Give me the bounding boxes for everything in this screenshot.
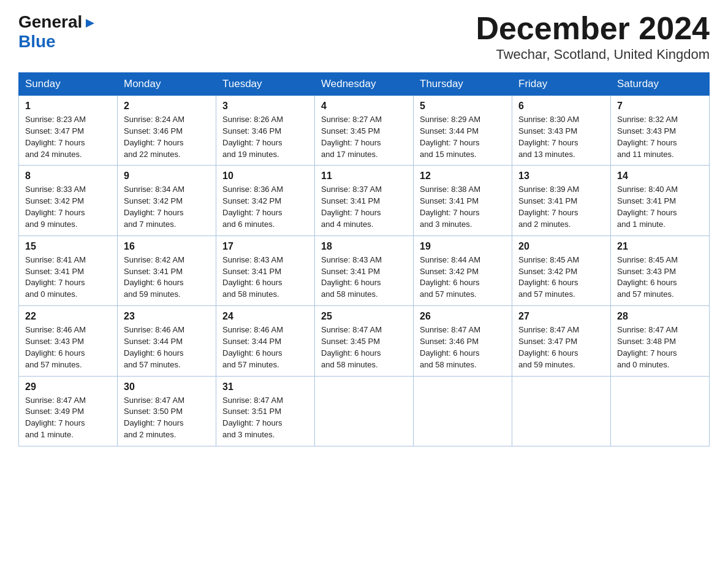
weekday-saturday: Saturday <box>611 73 710 96</box>
logo-text: General Blue <box>18 12 97 52</box>
day-info: Sunrise: 8:44 AMSunset: 3:42 PMDaylight:… <box>420 255 480 299</box>
calendar-week-row: 1 Sunrise: 8:23 AMSunset: 3:47 PMDayligh… <box>19 96 710 166</box>
calendar-cell: 29 Sunrise: 8:47 AMSunset: 3:49 PMDaylig… <box>19 376 118 446</box>
day-info: Sunrise: 8:34 AMSunset: 3:42 PMDaylight:… <box>124 185 184 229</box>
day-info: Sunrise: 8:40 AMSunset: 3:41 PMDaylight:… <box>617 185 678 229</box>
day-number: 10 <box>222 170 308 182</box>
calendar-cell: 11 Sunrise: 8:37 AMSunset: 3:41 PMDaylig… <box>315 166 414 236</box>
day-info: Sunrise: 8:24 AMSunset: 3:46 PMDaylight:… <box>124 115 184 159</box>
calendar-body: 1 Sunrise: 8:23 AMSunset: 3:47 PMDayligh… <box>19 96 710 446</box>
day-number: 4 <box>321 101 407 112</box>
calendar-cell: 12 Sunrise: 8:38 AMSunset: 3:41 PMDaylig… <box>414 166 512 236</box>
weekday-friday: Friday <box>512 73 611 96</box>
day-info: Sunrise: 8:43 AMSunset: 3:41 PMDaylight:… <box>222 255 283 299</box>
calendar-cell <box>315 376 414 446</box>
weekday-tuesday: Tuesday <box>216 73 315 96</box>
day-number: 14 <box>617 170 703 182</box>
day-info: Sunrise: 8:38 AMSunset: 3:41 PMDaylight:… <box>420 185 480 229</box>
day-info: Sunrise: 8:45 AMSunset: 3:43 PMDaylight:… <box>617 255 678 299</box>
weekday-monday: Monday <box>118 73 216 96</box>
day-number: 19 <box>420 241 506 252</box>
calendar-cell: 3 Sunrise: 8:26 AMSunset: 3:46 PMDayligh… <box>216 96 315 166</box>
day-number: 12 <box>420 170 506 182</box>
day-number: 6 <box>518 101 604 112</box>
day-number: 3 <box>222 101 308 112</box>
day-number: 20 <box>518 241 604 252</box>
calendar-cell <box>512 376 611 446</box>
day-info: Sunrise: 8:47 AMSunset: 3:45 PMDaylight:… <box>321 325 382 369</box>
day-info: Sunrise: 8:23 AMSunset: 3:47 PMDaylight:… <box>25 115 86 159</box>
day-number: 21 <box>617 241 703 252</box>
calendar-week-row: 22 Sunrise: 8:46 AMSunset: 3:43 PMDaylig… <box>19 306 710 376</box>
day-number: 18 <box>321 241 407 252</box>
day-number: 22 <box>25 311 111 322</box>
day-info: Sunrise: 8:41 AMSunset: 3:41 PMDaylight:… <box>25 255 86 299</box>
calendar-cell: 15 Sunrise: 8:41 AMSunset: 3:41 PMDaylig… <box>19 236 118 305</box>
day-info: Sunrise: 8:47 AMSunset: 3:50 PMDaylight:… <box>124 396 184 440</box>
day-number: 31 <box>222 381 308 393</box>
title-area: December 2024 Twechar, Scotland, United … <box>476 12 710 63</box>
logo: General Blue <box>18 12 97 52</box>
calendar-cell: 8 Sunrise: 8:33 AMSunset: 3:42 PMDayligh… <box>19 166 118 236</box>
calendar-cell: 30 Sunrise: 8:47 AMSunset: 3:50 PMDaylig… <box>118 376 216 446</box>
day-info: Sunrise: 8:43 AMSunset: 3:41 PMDaylight:… <box>321 255 382 299</box>
logo-triangle-icon <box>83 17 97 30</box>
day-number: 23 <box>124 311 210 322</box>
day-number: 7 <box>617 101 703 112</box>
day-info: Sunrise: 8:47 AMSunset: 3:49 PMDaylight:… <box>25 396 86 440</box>
calendar-cell: 20 Sunrise: 8:45 AMSunset: 3:42 PMDaylig… <box>512 236 611 305</box>
day-info: Sunrise: 8:33 AMSunset: 3:42 PMDaylight:… <box>25 185 86 229</box>
calendar-cell: 14 Sunrise: 8:40 AMSunset: 3:41 PMDaylig… <box>611 166 710 236</box>
calendar-cell: 2 Sunrise: 8:24 AMSunset: 3:46 PMDayligh… <box>118 96 216 166</box>
day-info: Sunrise: 8:32 AMSunset: 3:43 PMDaylight:… <box>617 115 678 159</box>
day-number: 24 <box>222 311 308 322</box>
day-number: 2 <box>124 101 210 112</box>
day-number: 27 <box>518 311 604 322</box>
weekday-wednesday: Wednesday <box>315 73 414 96</box>
calendar-cell: 19 Sunrise: 8:44 AMSunset: 3:42 PMDaylig… <box>414 236 512 305</box>
day-info: Sunrise: 8:47 AMSunset: 3:46 PMDaylight:… <box>420 325 480 369</box>
day-info: Sunrise: 8:27 AMSunset: 3:45 PMDaylight:… <box>321 115 382 159</box>
calendar-cell: 1 Sunrise: 8:23 AMSunset: 3:47 PMDayligh… <box>19 96 118 166</box>
day-info: Sunrise: 8:42 AMSunset: 3:41 PMDaylight:… <box>124 255 184 299</box>
header: General Blue December 2024 Twechar, Scot… <box>18 12 710 63</box>
calendar-week-row: 29 Sunrise: 8:47 AMSunset: 3:49 PMDaylig… <box>19 376 710 446</box>
day-number: 11 <box>321 170 407 182</box>
calendar-cell: 4 Sunrise: 8:27 AMSunset: 3:45 PMDayligh… <box>315 96 414 166</box>
day-info: Sunrise: 8:46 AMSunset: 3:44 PMDaylight:… <box>124 325 184 369</box>
weekday-thursday: Thursday <box>414 73 512 96</box>
day-number: 9 <box>124 170 210 182</box>
day-number: 28 <box>617 311 703 322</box>
day-info: Sunrise: 8:46 AMSunset: 3:43 PMDaylight:… <box>25 325 86 369</box>
weekday-header-row: Sunday Monday Tuesday Wednesday Thursday… <box>19 73 710 96</box>
calendar-cell: 5 Sunrise: 8:29 AMSunset: 3:44 PMDayligh… <box>414 96 512 166</box>
calendar-cell: 28 Sunrise: 8:47 AMSunset: 3:48 PMDaylig… <box>611 306 710 376</box>
day-number: 13 <box>518 170 604 182</box>
calendar-cell: 21 Sunrise: 8:45 AMSunset: 3:43 PMDaylig… <box>611 236 710 305</box>
day-number: 26 <box>420 311 506 322</box>
calendar-table: Sunday Monday Tuesday Wednesday Thursday… <box>18 72 710 446</box>
day-info: Sunrise: 8:39 AMSunset: 3:41 PMDaylight:… <box>518 185 579 229</box>
day-number: 17 <box>222 241 308 252</box>
calendar-week-row: 8 Sunrise: 8:33 AMSunset: 3:42 PMDayligh… <box>19 166 710 236</box>
calendar-cell <box>611 376 710 446</box>
calendar-cell: 16 Sunrise: 8:42 AMSunset: 3:41 PMDaylig… <box>118 236 216 305</box>
day-info: Sunrise: 8:47 AMSunset: 3:51 PMDaylight:… <box>222 396 283 440</box>
day-number: 5 <box>420 101 506 112</box>
calendar-cell: 9 Sunrise: 8:34 AMSunset: 3:42 PMDayligh… <box>118 166 216 236</box>
calendar-cell: 6 Sunrise: 8:30 AMSunset: 3:43 PMDayligh… <box>512 96 611 166</box>
day-info: Sunrise: 8:26 AMSunset: 3:46 PMDaylight:… <box>222 115 283 159</box>
day-number: 25 <box>321 311 407 322</box>
day-number: 29 <box>25 381 111 393</box>
calendar-cell: 13 Sunrise: 8:39 AMSunset: 3:41 PMDaylig… <box>512 166 611 236</box>
day-info: Sunrise: 8:36 AMSunset: 3:42 PMDaylight:… <box>222 185 283 229</box>
day-info: Sunrise: 8:45 AMSunset: 3:42 PMDaylight:… <box>518 255 579 299</box>
location-title: Twechar, Scotland, United Kingdom <box>476 47 710 63</box>
calendar-cell: 25 Sunrise: 8:47 AMSunset: 3:45 PMDaylig… <box>315 306 414 376</box>
calendar-cell: 23 Sunrise: 8:46 AMSunset: 3:44 PMDaylig… <box>118 306 216 376</box>
calendar-cell: 27 Sunrise: 8:47 AMSunset: 3:47 PMDaylig… <box>512 306 611 376</box>
weekday-sunday: Sunday <box>19 73 118 96</box>
calendar-cell: 22 Sunrise: 8:46 AMSunset: 3:43 PMDaylig… <box>19 306 118 376</box>
calendar-header: Sunday Monday Tuesday Wednesday Thursday… <box>19 73 710 96</box>
day-number: 1 <box>25 101 111 112</box>
